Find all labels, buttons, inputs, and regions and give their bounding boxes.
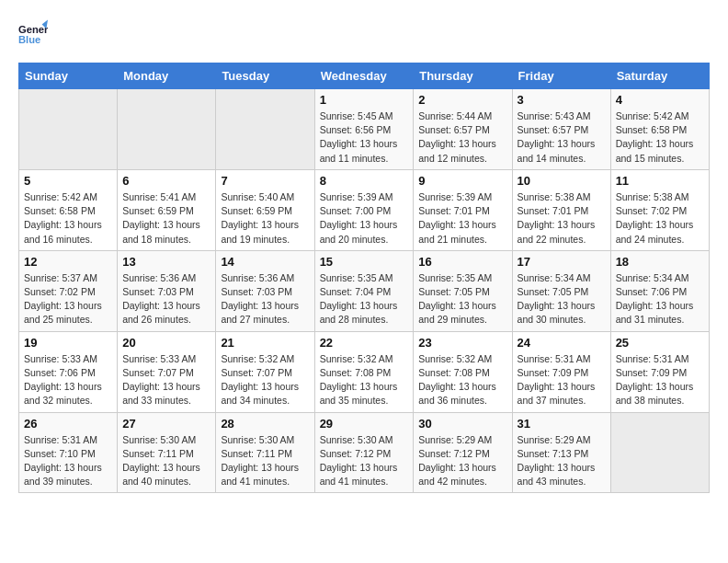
day-number: 9 xyxy=(418,174,506,188)
day-info: Sunrise: 5:39 AM Sunset: 7:00 PM Dayligh… xyxy=(320,190,409,247)
day-info: Sunrise: 5:42 AM Sunset: 6:58 PM Dayligh… xyxy=(24,190,112,247)
day-number: 27 xyxy=(122,417,210,431)
day-info: Sunrise: 5:43 AM Sunset: 6:57 PM Dayligh… xyxy=(518,109,606,166)
calendar-cell: 11Sunrise: 5:38 AM Sunset: 7:02 PM Dayli… xyxy=(610,169,709,250)
calendar-cell: 27Sunrise: 5:30 AM Sunset: 7:11 PM Dayli… xyxy=(118,412,216,493)
calendar-cell xyxy=(610,412,709,493)
calendar-cell: 31Sunrise: 5:29 AM Sunset: 7:13 PM Dayli… xyxy=(512,412,610,493)
day-number: 29 xyxy=(320,417,409,431)
day-number: 6 xyxy=(122,174,210,188)
calendar-cell: 12Sunrise: 5:37 AM Sunset: 7:02 PM Dayli… xyxy=(19,250,118,331)
day-info: Sunrise: 5:35 AM Sunset: 7:05 PM Dayligh… xyxy=(418,271,506,327)
header-day-sunday: Sunday xyxy=(19,63,118,89)
calendar-cell: 16Sunrise: 5:35 AM Sunset: 7:05 PM Dayli… xyxy=(414,250,512,331)
calendar-cell: 17Sunrise: 5:34 AM Sunset: 7:05 PM Dayli… xyxy=(512,250,610,331)
week-row-2: 5Sunrise: 5:42 AM Sunset: 6:58 PM Daylig… xyxy=(19,169,710,250)
header-day-tuesday: Tuesday xyxy=(216,63,314,89)
day-number: 23 xyxy=(418,336,506,350)
day-number: 19 xyxy=(24,336,112,350)
week-row-1: 1Sunrise: 5:45 AM Sunset: 6:56 PM Daylig… xyxy=(19,89,710,170)
day-info: Sunrise: 5:35 AM Sunset: 7:04 PM Dayligh… xyxy=(320,271,409,327)
day-info: Sunrise: 5:32 AM Sunset: 7:08 PM Dayligh… xyxy=(418,352,506,408)
logo: General Blue xyxy=(18,18,53,48)
day-info: Sunrise: 5:44 AM Sunset: 6:57 PM Dayligh… xyxy=(418,109,506,166)
day-number: 24 xyxy=(518,336,606,350)
day-info: Sunrise: 5:34 AM Sunset: 7:05 PM Dayligh… xyxy=(518,271,606,327)
calendar-cell xyxy=(118,89,216,170)
day-info: Sunrise: 5:29 AM Sunset: 7:12 PM Dayligh… xyxy=(418,433,506,489)
calendar-cell: 8Sunrise: 5:39 AM Sunset: 7:00 PM Daylig… xyxy=(314,169,414,250)
day-number: 8 xyxy=(320,174,409,188)
logo-icon: General Blue xyxy=(18,18,48,48)
calendar-cell xyxy=(216,89,314,170)
day-info: Sunrise: 5:31 AM Sunset: 7:10 PM Dayligh… xyxy=(24,433,112,489)
day-info: Sunrise: 5:40 AM Sunset: 6:59 PM Dayligh… xyxy=(221,190,309,247)
day-number: 12 xyxy=(24,255,112,269)
day-number: 4 xyxy=(616,93,704,107)
week-row-5: 26Sunrise: 5:31 AM Sunset: 7:10 PM Dayli… xyxy=(19,412,710,493)
week-row-3: 12Sunrise: 5:37 AM Sunset: 7:02 PM Dayli… xyxy=(19,250,710,331)
day-info: Sunrise: 5:30 AM Sunset: 7:12 PM Dayligh… xyxy=(320,433,409,489)
calendar-cell: 30Sunrise: 5:29 AM Sunset: 7:12 PM Dayli… xyxy=(414,412,512,493)
day-number: 2 xyxy=(418,93,506,107)
calendar-cell: 15Sunrise: 5:35 AM Sunset: 7:04 PM Dayli… xyxy=(314,250,414,331)
calendar-cell: 1Sunrise: 5:45 AM Sunset: 6:56 PM Daylig… xyxy=(314,89,414,170)
day-number: 7 xyxy=(221,174,309,188)
day-number: 20 xyxy=(122,336,210,350)
day-info: Sunrise: 5:39 AM Sunset: 7:01 PM Dayligh… xyxy=(418,190,506,247)
calendar-cell: 29Sunrise: 5:30 AM Sunset: 7:12 PM Dayli… xyxy=(314,412,414,493)
calendar-cell: 6Sunrise: 5:41 AM Sunset: 6:59 PM Daylig… xyxy=(118,169,216,250)
calendar-header-row: SundayMondayTuesdayWednesdayThursdayFrid… xyxy=(19,63,710,89)
day-info: Sunrise: 5:36 AM Sunset: 7:03 PM Dayligh… xyxy=(221,271,309,327)
day-info: Sunrise: 5:32 AM Sunset: 7:07 PM Dayligh… xyxy=(221,352,309,408)
calendar-cell: 10Sunrise: 5:38 AM Sunset: 7:01 PM Dayli… xyxy=(512,169,610,250)
week-row-4: 19Sunrise: 5:33 AM Sunset: 7:06 PM Dayli… xyxy=(19,331,710,412)
day-number: 1 xyxy=(320,93,409,107)
day-info: Sunrise: 5:37 AM Sunset: 7:02 PM Dayligh… xyxy=(24,271,112,327)
day-number: 21 xyxy=(221,336,309,350)
day-info: Sunrise: 5:30 AM Sunset: 7:11 PM Dayligh… xyxy=(122,433,210,489)
day-info: Sunrise: 5:45 AM Sunset: 6:56 PM Dayligh… xyxy=(320,109,409,166)
day-number: 26 xyxy=(24,417,112,431)
day-number: 18 xyxy=(616,255,704,269)
calendar-cell: 14Sunrise: 5:36 AM Sunset: 7:03 PM Dayli… xyxy=(216,250,314,331)
day-info: Sunrise: 5:34 AM Sunset: 7:06 PM Dayligh… xyxy=(616,271,704,327)
day-info: Sunrise: 5:33 AM Sunset: 7:07 PM Dayligh… xyxy=(122,352,210,408)
calendar-cell: 25Sunrise: 5:31 AM Sunset: 7:09 PM Dayli… xyxy=(610,331,709,412)
calendar-cell: 3Sunrise: 5:43 AM Sunset: 6:57 PM Daylig… xyxy=(512,89,610,170)
day-number: 25 xyxy=(616,336,704,350)
header-day-wednesday: Wednesday xyxy=(314,63,414,89)
day-number: 28 xyxy=(221,417,309,431)
svg-text:Blue: Blue xyxy=(18,34,40,45)
header-day-monday: Monday xyxy=(118,63,216,89)
day-number: 10 xyxy=(518,174,606,188)
header-day-friday: Friday xyxy=(512,63,610,89)
day-info: Sunrise: 5:31 AM Sunset: 7:09 PM Dayligh… xyxy=(616,352,704,408)
calendar-cell: 18Sunrise: 5:34 AM Sunset: 7:06 PM Dayli… xyxy=(610,250,709,331)
calendar-table: SundayMondayTuesdayWednesdayThursdayFrid… xyxy=(18,63,710,493)
day-info: Sunrise: 5:30 AM Sunset: 7:11 PM Dayligh… xyxy=(221,433,309,489)
day-info: Sunrise: 5:38 AM Sunset: 7:02 PM Dayligh… xyxy=(616,190,704,247)
day-info: Sunrise: 5:31 AM Sunset: 7:09 PM Dayligh… xyxy=(518,352,606,408)
calendar-cell: 20Sunrise: 5:33 AM Sunset: 7:07 PM Dayli… xyxy=(118,331,216,412)
day-number: 31 xyxy=(518,417,606,431)
day-number: 3 xyxy=(518,93,606,107)
calendar-cell: 9Sunrise: 5:39 AM Sunset: 7:01 PM Daylig… xyxy=(414,169,512,250)
calendar-cell: 4Sunrise: 5:42 AM Sunset: 6:58 PM Daylig… xyxy=(610,89,709,170)
calendar-cell: 2Sunrise: 5:44 AM Sunset: 6:57 PM Daylig… xyxy=(414,89,512,170)
day-number: 15 xyxy=(320,255,409,269)
calendar-cell: 23Sunrise: 5:32 AM Sunset: 7:08 PM Dayli… xyxy=(414,331,512,412)
day-info: Sunrise: 5:36 AM Sunset: 7:03 PM Dayligh… xyxy=(122,271,210,327)
calendar-cell: 21Sunrise: 5:32 AM Sunset: 7:07 PM Dayli… xyxy=(216,331,314,412)
page-header: General Blue xyxy=(18,18,710,48)
day-number: 30 xyxy=(418,417,506,431)
calendar-cell xyxy=(19,89,118,170)
calendar-cell: 5Sunrise: 5:42 AM Sunset: 6:58 PM Daylig… xyxy=(19,169,118,250)
day-info: Sunrise: 5:33 AM Sunset: 7:06 PM Dayligh… xyxy=(24,352,112,408)
calendar-cell: 19Sunrise: 5:33 AM Sunset: 7:06 PM Dayli… xyxy=(19,331,118,412)
calendar-cell: 28Sunrise: 5:30 AM Sunset: 7:11 PM Dayli… xyxy=(216,412,314,493)
header-day-thursday: Thursday xyxy=(414,63,512,89)
day-number: 22 xyxy=(320,336,409,350)
day-info: Sunrise: 5:38 AM Sunset: 7:01 PM Dayligh… xyxy=(518,190,606,247)
day-number: 5 xyxy=(24,174,112,188)
